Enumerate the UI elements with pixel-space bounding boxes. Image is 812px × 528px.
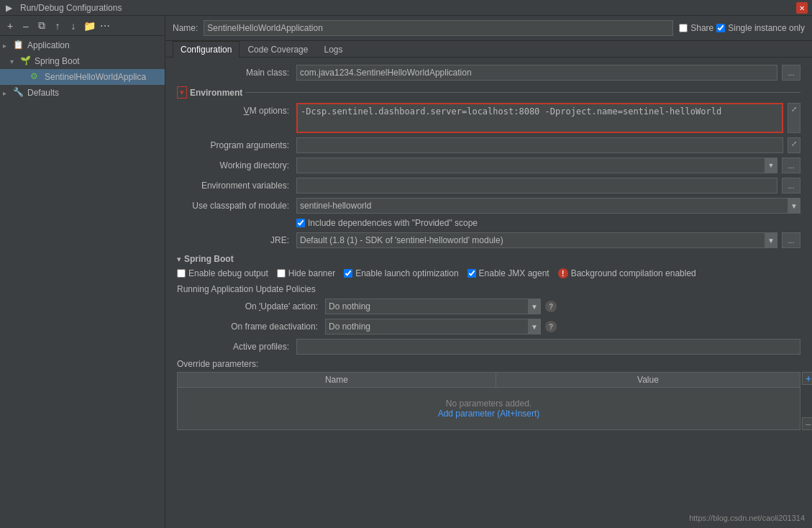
single-instance-label: Single instance only: [728, 23, 805, 33]
jre-label: JRE:: [177, 235, 292, 245]
title-bar-text: Run/Debug Configurations: [20, 3, 806, 13]
include-deps-checkbox[interactable]: [296, 219, 305, 227]
vm-options-expand-button[interactable]: ⤢: [788, 103, 800, 133]
sidebar-item-application[interactable]: ▸ 📋 Application: [0, 37, 165, 53]
sidebar-spring-boot-label: Spring Boot: [35, 56, 80, 66]
jre-select[interactable]: Default (1.8 (1) - SDK of 'sentinel-hell…: [296, 232, 777, 248]
enable-launch-checkbox[interactable]: [344, 269, 352, 278]
close-button[interactable]: ✕: [796, 2, 808, 14]
on-frame-select[interactable]: Do nothing Update classes and resources …: [325, 319, 541, 334]
vm-options-input[interactable]: -Dcsp.sentinel.dashboard.server=localhos…: [296, 103, 783, 133]
on-frame-help-icon[interactable]: ?: [545, 321, 557, 332]
spring-boot-checks: Enable debug output Hide banner Enable l…: [177, 268, 800, 278]
spring-boot-icon: 🌱: [20, 55, 32, 67]
share-checkbox[interactable]: [679, 24, 688, 32]
enable-launch-label: Enable launch optimization: [355, 268, 458, 278]
on-update-row: On 'Update' action: Do nothing Update cl…: [177, 299, 800, 314]
spring-boot-expand-icon[interactable]: ▾: [177, 255, 181, 264]
share-area: Share Single instance only: [679, 23, 805, 33]
sidebar-item-sentinel[interactable]: ⚙ SentinelHelloWorldApplica: [0, 69, 165, 85]
hide-banner-label: Hide banner: [288, 268, 335, 278]
copy-config-button[interactable]: ⧉: [35, 19, 49, 33]
move-up-button[interactable]: ↑: [50, 19, 65, 33]
single-instance-checkbox[interactable]: [716, 24, 725, 32]
tab-configuration[interactable]: Configuration: [173, 41, 240, 58]
remove-config-button[interactable]: –: [19, 19, 33, 33]
hide-banner-checkbox[interactable]: [277, 269, 286, 278]
sidebar: + – ⧉ ↑ ↓ 📁 ⋯ ▸ 📋 Application ▾ 🌱 Spring…: [0, 16, 165, 528]
spring-boot-title: Spring Boot: [184, 254, 234, 264]
program-args-label: Program arguments:: [177, 140, 292, 150]
main-class-browse-button[interactable]: ...: [782, 65, 800, 81]
content-area: Name: Share Single instance only Configu…: [165, 16, 812, 528]
main-class-row: Main class: ...: [177, 65, 800, 81]
env-vars-browse-button[interactable]: ...: [782, 178, 800, 194]
classpath-select[interactable]: sentinel-helloworld: [296, 198, 800, 214]
add-config-button[interactable]: +: [3, 19, 17, 33]
main-class-input[interactable]: [296, 65, 777, 81]
table-empty-content: No parameters added. Add parameter (Alt+…: [183, 390, 794, 427]
env-vars-input[interactable]: [296, 178, 777, 194]
jre-row: JRE: Default (1.8 (1) - SDK of 'sentinel…: [177, 232, 800, 248]
more-options-button[interactable]: ⋯: [98, 19, 112, 33]
override-table: Name Value No parameters added. Add para…: [177, 372, 800, 430]
sidebar-item-defaults[interactable]: ▸ 🔧 Defaults: [0, 85, 165, 101]
override-params-label: Override parameters:: [177, 359, 800, 369]
override-params-section: Override parameters: Name Value: [177, 359, 800, 430]
policies-title: Running Application Update Policies: [177, 284, 800, 294]
classpath-wrapper: sentinel-helloworld ▼: [296, 198, 800, 214]
env-vars-row: Environment variables: ...: [177, 178, 800, 194]
tab-logs[interactable]: Logs: [316, 41, 350, 58]
section-divider: [245, 92, 800, 93]
working-dir-input[interactable]: [296, 158, 777, 173]
active-profiles-input[interactable]: [296, 339, 800, 355]
on-update-wrapper: Do nothing Update classes and resources …: [325, 299, 541, 314]
sidebar-toolbar: + – ⧉ ↑ ↓ 📁 ⋯: [0, 16, 165, 36]
vm-options-row: VM options: -Dcsp.sentinel.dashboard.ser…: [177, 103, 800, 133]
table-header-name: Name: [178, 373, 496, 388]
env-vars-label: Environment variables:: [177, 181, 292, 191]
environment-expand-icon[interactable]: ▾: [177, 86, 187, 99]
vm-options-label: VM options:: [177, 103, 292, 116]
on-frame-label: On frame deactivation:: [177, 322, 321, 332]
folder-button[interactable]: 📁: [82, 19, 96, 33]
share-label: Share: [690, 23, 713, 33]
remove-row-button[interactable]: –: [802, 417, 812, 430]
jre-browse-button[interactable]: ...: [782, 232, 800, 248]
program-args-input[interactable]: [296, 137, 783, 153]
name-input[interactable]: [204, 20, 673, 36]
enable-debug-label: Enable debug output: [188, 268, 268, 278]
working-dir-browse-button[interactable]: ...: [782, 158, 800, 173]
add-row-button[interactable]: +: [802, 372, 812, 385]
on-update-help-icon[interactable]: ?: [545, 301, 557, 312]
bg-compile-label: Background compilation enabled: [571, 268, 696, 278]
override-params-text: Override parameters:: [177, 359, 258, 369]
enable-debug-checkbox[interactable]: [177, 269, 186, 278]
on-update-select[interactable]: Do nothing Update classes and resources …: [325, 299, 541, 314]
sidebar-item-spring-boot[interactable]: ▾ 🌱 Spring Boot: [0, 53, 165, 69]
environment-section-header: ▾ Environment: [177, 86, 800, 99]
title-bar: ▶ Run/Debug Configurations ✕: [0, 0, 812, 16]
working-dir-wrapper: ▼: [296, 158, 777, 173]
enable-launch-item: Enable launch optimization: [344, 268, 458, 278]
hide-banner-item: Hide banner: [277, 268, 335, 278]
name-bar: Name: Share Single instance only: [165, 16, 812, 41]
tab-code-coverage[interactable]: Code Coverage: [240, 41, 316, 58]
on-update-label: On 'Update' action:: [177, 301, 321, 311]
active-profiles-label: Active profiles:: [177, 342, 292, 352]
spring-boot-section-header: ▾ Spring Boot: [177, 254, 800, 264]
sidebar-defaults-label: Defaults: [27, 88, 59, 98]
program-args-expand-button[interactable]: ⤢: [788, 137, 800, 153]
on-frame-wrapper: Do nothing Update classes and resources …: [325, 319, 541, 334]
enable-jmx-checkbox[interactable]: [467, 269, 476, 278]
jre-wrapper: Default (1.8 (1) - SDK of 'sentinel-hell…: [296, 232, 777, 248]
add-parameter-link[interactable]: Add parameter (Alt+Insert): [192, 409, 785, 419]
main-class-label: Main class:: [177, 68, 292, 78]
enable-jmx-label: Enable JMX agent: [479, 268, 549, 278]
on-frame-row: On frame deactivation: Do nothing Update…: [177, 319, 800, 334]
move-down-button[interactable]: ↓: [66, 19, 81, 33]
table-header-value: Value: [496, 373, 800, 388]
sidebar-item-label: Application: [27, 40, 70, 50]
include-deps-row: Include dependencies with "Provided" sco…: [296, 218, 800, 228]
form-area: Main class: ... ▾ Environment VM options…: [165, 58, 812, 528]
